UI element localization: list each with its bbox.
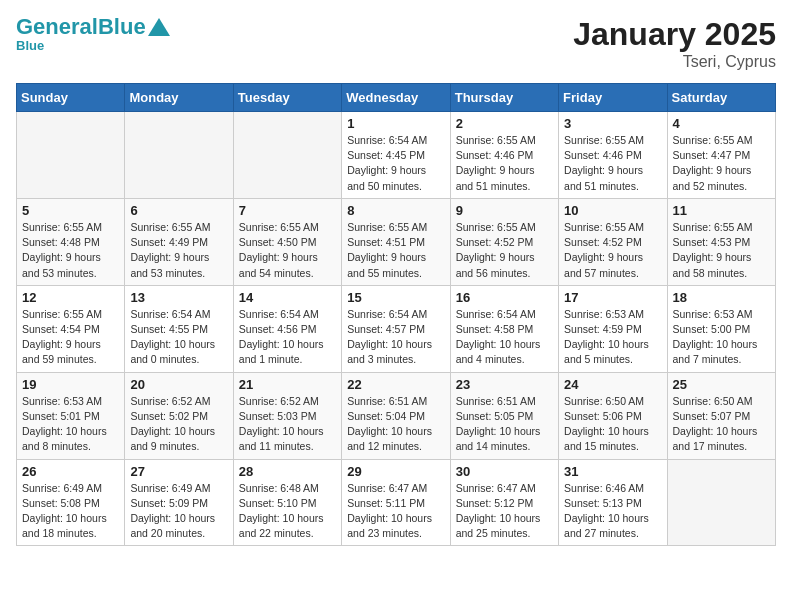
calendar-cell: 31Sunrise: 6:46 AM Sunset: 5:13 PM Dayli… [559, 459, 667, 546]
calendar-cell: 8Sunrise: 6:55 AM Sunset: 4:51 PM Daylig… [342, 198, 450, 285]
day-number: 18 [673, 290, 770, 305]
day-info: Sunrise: 6:51 AM Sunset: 5:04 PM Dayligh… [347, 394, 444, 455]
calendar-cell: 7Sunrise: 6:55 AM Sunset: 4:50 PM Daylig… [233, 198, 341, 285]
day-number: 13 [130, 290, 227, 305]
calendar-week-row: 1Sunrise: 6:54 AM Sunset: 4:45 PM Daylig… [17, 112, 776, 199]
day-number: 6 [130, 203, 227, 218]
day-info: Sunrise: 6:52 AM Sunset: 5:02 PM Dayligh… [130, 394, 227, 455]
col-monday: Monday [125, 84, 233, 112]
day-info: Sunrise: 6:50 AM Sunset: 5:07 PM Dayligh… [673, 394, 770, 455]
calendar-cell: 14Sunrise: 6:54 AM Sunset: 4:56 PM Dayli… [233, 285, 341, 372]
day-number: 21 [239, 377, 336, 392]
day-info: Sunrise: 6:49 AM Sunset: 5:08 PM Dayligh… [22, 481, 119, 542]
calendar-cell [667, 459, 775, 546]
logo-text: GeneralBlue [16, 16, 146, 38]
calendar-week-row: 19Sunrise: 6:53 AM Sunset: 5:01 PM Dayli… [17, 372, 776, 459]
day-number: 26 [22, 464, 119, 479]
logo-tagline: Blue [16, 38, 44, 53]
day-info: Sunrise: 6:53 AM Sunset: 5:00 PM Dayligh… [673, 307, 770, 368]
day-number: 24 [564, 377, 661, 392]
calendar-header-row: Sunday Monday Tuesday Wednesday Thursday… [17, 84, 776, 112]
calendar-cell: 1Sunrise: 6:54 AM Sunset: 4:45 PM Daylig… [342, 112, 450, 199]
day-number: 16 [456, 290, 553, 305]
calendar-cell: 5Sunrise: 6:55 AM Sunset: 4:48 PM Daylig… [17, 198, 125, 285]
day-info: Sunrise: 6:55 AM Sunset: 4:48 PM Dayligh… [22, 220, 119, 281]
day-number: 12 [22, 290, 119, 305]
col-tuesday: Tuesday [233, 84, 341, 112]
col-thursday: Thursday [450, 84, 558, 112]
day-info: Sunrise: 6:47 AM Sunset: 5:11 PM Dayligh… [347, 481, 444, 542]
day-info: Sunrise: 6:49 AM Sunset: 5:09 PM Dayligh… [130, 481, 227, 542]
col-sunday: Sunday [17, 84, 125, 112]
day-info: Sunrise: 6:55 AM Sunset: 4:47 PM Dayligh… [673, 133, 770, 194]
calendar-week-row: 12Sunrise: 6:55 AM Sunset: 4:54 PM Dayli… [17, 285, 776, 372]
calendar-cell: 18Sunrise: 6:53 AM Sunset: 5:00 PM Dayli… [667, 285, 775, 372]
day-info: Sunrise: 6:53 AM Sunset: 5:01 PM Dayligh… [22, 394, 119, 455]
day-number: 11 [673, 203, 770, 218]
day-info: Sunrise: 6:47 AM Sunset: 5:12 PM Dayligh… [456, 481, 553, 542]
logo-blue: Blue [98, 14, 146, 39]
day-info: Sunrise: 6:51 AM Sunset: 5:05 PM Dayligh… [456, 394, 553, 455]
calendar-cell: 19Sunrise: 6:53 AM Sunset: 5:01 PM Dayli… [17, 372, 125, 459]
calendar-cell: 13Sunrise: 6:54 AM Sunset: 4:55 PM Dayli… [125, 285, 233, 372]
day-info: Sunrise: 6:55 AM Sunset: 4:53 PM Dayligh… [673, 220, 770, 281]
calendar-cell: 23Sunrise: 6:51 AM Sunset: 5:05 PM Dayli… [450, 372, 558, 459]
calendar-cell [17, 112, 125, 199]
calendar-cell: 12Sunrise: 6:55 AM Sunset: 4:54 PM Dayli… [17, 285, 125, 372]
calendar-cell: 25Sunrise: 6:50 AM Sunset: 5:07 PM Dayli… [667, 372, 775, 459]
col-friday: Friday [559, 84, 667, 112]
day-number: 31 [564, 464, 661, 479]
calendar-title: January 2025 [573, 16, 776, 53]
day-number: 19 [22, 377, 119, 392]
day-info: Sunrise: 6:55 AM Sunset: 4:46 PM Dayligh… [564, 133, 661, 194]
calendar-cell: 2Sunrise: 6:55 AM Sunset: 4:46 PM Daylig… [450, 112, 558, 199]
day-number: 15 [347, 290, 444, 305]
day-number: 7 [239, 203, 336, 218]
logo-general: General [16, 14, 98, 39]
calendar-cell [125, 112, 233, 199]
calendar-cell: 29Sunrise: 6:47 AM Sunset: 5:11 PM Dayli… [342, 459, 450, 546]
calendar-cell [233, 112, 341, 199]
calendar-cell: 6Sunrise: 6:55 AM Sunset: 4:49 PM Daylig… [125, 198, 233, 285]
day-number: 30 [456, 464, 553, 479]
calendar-table: Sunday Monday Tuesday Wednesday Thursday… [16, 83, 776, 546]
day-info: Sunrise: 6:53 AM Sunset: 4:59 PM Dayligh… [564, 307, 661, 368]
day-number: 22 [347, 377, 444, 392]
day-number: 14 [239, 290, 336, 305]
calendar-cell: 16Sunrise: 6:54 AM Sunset: 4:58 PM Dayli… [450, 285, 558, 372]
calendar-subtitle: Tseri, Cyprus [573, 53, 776, 71]
page-header: GeneralBlue Blue January 2025 Tseri, Cyp… [16, 16, 776, 71]
calendar-cell: 20Sunrise: 6:52 AM Sunset: 5:02 PM Dayli… [125, 372, 233, 459]
calendar-cell: 3Sunrise: 6:55 AM Sunset: 4:46 PM Daylig… [559, 112, 667, 199]
col-saturday: Saturday [667, 84, 775, 112]
day-number: 10 [564, 203, 661, 218]
calendar-cell: 27Sunrise: 6:49 AM Sunset: 5:09 PM Dayli… [125, 459, 233, 546]
day-number: 27 [130, 464, 227, 479]
day-info: Sunrise: 6:50 AM Sunset: 5:06 PM Dayligh… [564, 394, 661, 455]
day-number: 8 [347, 203, 444, 218]
day-number: 17 [564, 290, 661, 305]
day-info: Sunrise: 6:55 AM Sunset: 4:52 PM Dayligh… [456, 220, 553, 281]
calendar-cell: 4Sunrise: 6:55 AM Sunset: 4:47 PM Daylig… [667, 112, 775, 199]
day-number: 28 [239, 464, 336, 479]
svg-marker-0 [148, 18, 170, 36]
day-number: 29 [347, 464, 444, 479]
col-wednesday: Wednesday [342, 84, 450, 112]
day-number: 23 [456, 377, 553, 392]
day-info: Sunrise: 6:54 AM Sunset: 4:58 PM Dayligh… [456, 307, 553, 368]
day-info: Sunrise: 6:55 AM Sunset: 4:49 PM Dayligh… [130, 220, 227, 281]
day-number: 2 [456, 116, 553, 131]
calendar-cell: 30Sunrise: 6:47 AM Sunset: 5:12 PM Dayli… [450, 459, 558, 546]
calendar-cell: 21Sunrise: 6:52 AM Sunset: 5:03 PM Dayli… [233, 372, 341, 459]
logo: GeneralBlue Blue [16, 16, 170, 53]
calendar-cell: 17Sunrise: 6:53 AM Sunset: 4:59 PM Dayli… [559, 285, 667, 372]
day-number: 4 [673, 116, 770, 131]
day-info: Sunrise: 6:54 AM Sunset: 4:57 PM Dayligh… [347, 307, 444, 368]
calendar-cell: 28Sunrise: 6:48 AM Sunset: 5:10 PM Dayli… [233, 459, 341, 546]
calendar-cell: 22Sunrise: 6:51 AM Sunset: 5:04 PM Dayli… [342, 372, 450, 459]
day-info: Sunrise: 6:55 AM Sunset: 4:52 PM Dayligh… [564, 220, 661, 281]
calendar-cell: 26Sunrise: 6:49 AM Sunset: 5:08 PM Dayli… [17, 459, 125, 546]
calendar-week-row: 5Sunrise: 6:55 AM Sunset: 4:48 PM Daylig… [17, 198, 776, 285]
day-number: 20 [130, 377, 227, 392]
day-info: Sunrise: 6:55 AM Sunset: 4:50 PM Dayligh… [239, 220, 336, 281]
